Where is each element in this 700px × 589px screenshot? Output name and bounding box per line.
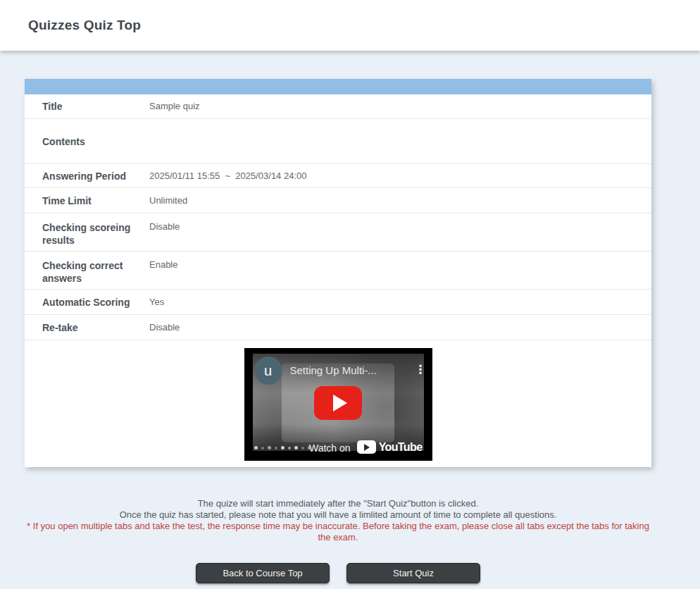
channel-avatar[interactable]: u [254, 356, 282, 385]
note-line-1: The quize will start immediately after t… [25, 498, 651, 509]
row-value-checking-scoring-results: Disable [149, 221, 651, 232]
youtube-wordmark: YouTube [379, 441, 423, 454]
table-row: Time Limit Unlimited [25, 188, 651, 213]
thumbnail-dots [254, 446, 311, 450]
watch-on-label: Watch on [309, 442, 351, 454]
row-label-title: Title [25, 100, 149, 113]
row-value-title: Sample quiz [149, 101, 651, 112]
channel-initial: u [264, 363, 272, 379]
table-row: Contents [25, 119, 651, 164]
row-label-automatic-scoring: Automatic Scoring [25, 296, 149, 309]
note-line-2: Once the quiz has started, please note t… [25, 509, 651, 521]
row-value-time-limit: Unlimited [149, 195, 651, 206]
row-label-retake: Re-take [25, 321, 149, 334]
row-label-checking-correct-answers: Checking correct answers [25, 259, 149, 285]
start-quiz-button[interactable]: Start Quiz [346, 563, 480, 583]
row-label-answering-period: Answering Period [25, 170, 149, 182]
row-label-time-limit: Time Limit [25, 194, 149, 207]
watch-on-youtube-link[interactable]: Watch on YouTube [244, 424, 432, 461]
video-title-link[interactable]: Setting Up Multi-... [290, 364, 407, 376]
quiz-notes: The quize will start immediately after t… [25, 498, 651, 543]
quiz-info-card: Title Sample quiz Contents Answering Per… [25, 79, 651, 467]
youtube-logo-icon: YouTube [357, 440, 423, 454]
kebab-menu-icon[interactable]: ⋮ [415, 364, 427, 376]
table-row: Checking correct answers Enable [25, 252, 651, 290]
table-row: Answering Period 2025/01/11 15:55 ~ 2025… [25, 164, 651, 188]
page-header: Quizzes Quiz Top [0, 0, 700, 51]
table-row: Automatic Scoring Yes [25, 290, 651, 315]
row-label-checking-scoring-results: Checking scoreing results [25, 221, 149, 247]
row-value-retake: Disable [149, 322, 651, 333]
row-label-contents: Contents [25, 135, 149, 148]
table-row: Title Sample quiz [25, 94, 651, 119]
back-to-course-top-button[interactable]: Back to Course Top [196, 563, 330, 583]
youtube-play-glyph-icon [357, 440, 376, 454]
row-value-checking-correct-answers: Enable [149, 259, 651, 271]
page-title: Quizzes Quiz Top [28, 18, 141, 33]
table-row: Re-take Disable [25, 315, 651, 340]
video-section: Watch on YouTube u Setting Up Multi-... … [25, 340, 651, 467]
youtube-embed[interactable]: Watch on YouTube u Setting Up Multi-... … [244, 348, 432, 461]
action-buttons: Back to Course Top Start Quiz [25, 563, 651, 583]
row-value-automatic-scoring: Yes [149, 297, 651, 308]
table-row: Checking scoreing results Disable [25, 213, 651, 252]
play-button[interactable] [314, 386, 362, 420]
multiple-tabs-warning: * If you open multiple tabs and take the… [25, 521, 651, 543]
table-header-bar [25, 79, 651, 94]
row-value-answering-period: 2025/01/11 15:55 ~ 2025/03/14 24:00 [149, 170, 651, 182]
